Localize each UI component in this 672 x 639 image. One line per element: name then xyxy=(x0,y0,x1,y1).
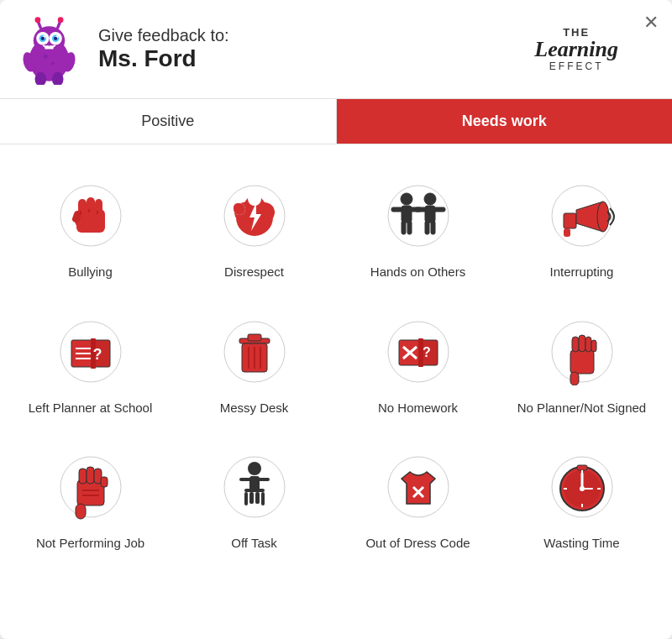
no-planner-label: No Planner/Not Signed xyxy=(517,400,646,416)
no-planner-icon xyxy=(544,314,620,390)
svg-text:?: ? xyxy=(92,346,102,363)
off-task-icon xyxy=(217,449,292,525)
grid-item-wasting-time[interactable]: Wasting Time xyxy=(500,432,664,568)
svg-rect-103 xyxy=(261,492,265,505)
left-planner-label: Left Planner at School xyxy=(29,400,153,416)
tab-needs-work[interactable]: Needs work xyxy=(337,99,673,144)
wasting-time-icon xyxy=(544,449,620,525)
svg-rect-47 xyxy=(391,207,403,212)
messy-desk-label: Messy Desk xyxy=(220,400,289,416)
interrupting-label: Interrupting xyxy=(550,264,614,280)
header-text: Give feedback to: Ms. Ford xyxy=(98,26,534,72)
disrespect-label: Disrespect xyxy=(224,264,284,280)
svg-rect-46 xyxy=(407,221,412,234)
svg-rect-52 xyxy=(431,221,435,234)
logo-effect: EFFECT xyxy=(549,60,604,72)
out-of-dress-code-label: Out of Dress Code xyxy=(365,535,470,552)
grid-item-no-planner[interactable]: No Planner/Not Signed xyxy=(500,297,664,433)
tab-bar: Positive Needs work xyxy=(0,99,672,144)
svg-rect-107 xyxy=(258,478,270,481)
svg-text:?: ? xyxy=(423,345,431,359)
svg-point-13 xyxy=(58,17,64,23)
left-planner-icon: ? xyxy=(53,314,129,390)
svg-rect-59 xyxy=(564,228,570,237)
svg-rect-26 xyxy=(95,199,102,214)
feedback-grid: Bullying xyxy=(0,144,672,585)
close-button[interactable]: ✕ xyxy=(643,13,659,32)
svg-rect-15 xyxy=(50,45,54,49)
svg-rect-56 xyxy=(564,213,576,228)
no-homework-label: No Homework xyxy=(378,400,458,416)
svg-rect-54 xyxy=(433,207,445,212)
svg-rect-87 xyxy=(585,337,591,352)
teacher-name: Ms. Ford xyxy=(98,45,534,72)
svg-rect-88 xyxy=(591,340,596,352)
svg-rect-104 xyxy=(249,492,254,504)
wasting-time-label: Wasting Time xyxy=(543,535,619,552)
svg-point-58 xyxy=(597,202,609,232)
svg-rect-93 xyxy=(87,467,94,484)
svg-point-12 xyxy=(35,17,41,23)
messy-desk-icon xyxy=(217,314,292,390)
give-feedback-label: Give feedback to: xyxy=(98,26,534,45)
svg-rect-92 xyxy=(79,469,87,484)
grid-item-not-performing[interactable]: Not Performing Job xyxy=(8,432,172,568)
grid-item-interrupting[interactable]: Interrupting xyxy=(500,161,664,297)
off-task-label: Off Task xyxy=(231,535,276,552)
grid-item-hands-on-others[interactable]: Hands on Others xyxy=(336,161,500,297)
svg-rect-14 xyxy=(45,45,49,49)
svg-rect-51 xyxy=(425,221,429,234)
disrespect-icon xyxy=(217,178,292,254)
svg-rect-106 xyxy=(239,478,251,481)
svg-rect-83 xyxy=(570,350,594,374)
grid-item-messy-desk[interactable]: Messy Desk xyxy=(172,297,336,433)
grid-item-left-planner[interactable]: ? Left Planner at School xyxy=(8,297,172,433)
svg-rect-91 xyxy=(76,504,86,519)
grid-item-off-task[interactable]: Off Task xyxy=(172,432,336,568)
svg-point-9 xyxy=(54,37,57,40)
svg-point-8 xyxy=(41,37,45,40)
svg-point-21 xyxy=(51,61,55,65)
svg-rect-86 xyxy=(579,335,585,352)
svg-rect-105 xyxy=(255,492,260,504)
modal-header: Give feedback to: Ms. Ford THE Learning … xyxy=(0,0,672,99)
brand-logo: THE Learning EFFECT xyxy=(534,26,618,72)
hands-on-others-icon xyxy=(381,178,456,254)
svg-rect-70 xyxy=(248,334,261,341)
svg-rect-85 xyxy=(572,337,579,352)
grid-item-bullying[interactable]: Bullying xyxy=(8,161,172,297)
svg-point-99 xyxy=(248,462,261,475)
svg-rect-95 xyxy=(101,477,108,487)
mascot-image xyxy=(13,13,85,85)
svg-rect-102 xyxy=(244,492,248,505)
bullying-icon xyxy=(53,178,129,254)
out-of-dress-code-icon xyxy=(381,449,456,525)
svg-rect-53 xyxy=(415,207,427,212)
tab-positive[interactable]: Positive xyxy=(0,99,337,144)
grid-item-disrespect[interactable]: Disrespect xyxy=(172,161,336,297)
feedback-modal: Give feedback to: Ms. Ford THE Learning … xyxy=(0,0,672,639)
svg-point-43 xyxy=(401,193,412,205)
not-performing-label: Not Performing Job xyxy=(36,535,144,552)
svg-rect-117 xyxy=(577,465,587,470)
svg-point-49 xyxy=(424,193,436,205)
interrupting-icon xyxy=(544,178,620,254)
svg-rect-101 xyxy=(244,489,265,492)
svg-rect-84 xyxy=(570,372,579,385)
svg-rect-25 xyxy=(87,197,95,214)
bullying-label: Bullying xyxy=(68,264,113,280)
svg-point-20 xyxy=(44,54,48,58)
no-homework-icon: ? xyxy=(381,314,456,390)
svg-point-41 xyxy=(234,203,242,212)
svg-point-42 xyxy=(388,186,449,246)
grid-item-out-of-dress-code[interactable]: Out of Dress Code xyxy=(336,432,500,568)
logo-learning: Learning xyxy=(534,39,618,60)
not-performing-icon xyxy=(53,449,129,525)
svg-point-39 xyxy=(248,192,261,206)
svg-rect-45 xyxy=(402,221,406,234)
hands-on-others-label: Hands on Others xyxy=(370,264,465,280)
grid-item-no-homework[interactable]: ? No Homework xyxy=(336,297,500,433)
